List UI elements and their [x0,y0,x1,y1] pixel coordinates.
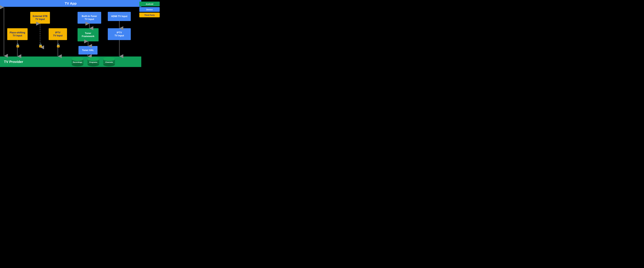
iptv-left-label: IPTVTV Input [53,31,62,37]
built-in-tuner-label: Built-in-TunerTV Input [82,15,97,21]
built-in-tuner-block: Built-in-TunerTV Input [78,12,101,24]
legend-device-label: Device [146,8,152,11]
iptv-right-label: IPTVTV Input [114,31,124,37]
tuner-hal-block: Tuner HAL [78,46,98,54]
svg-point-24 [103,63,115,66]
svg-text:Recordings: Recordings [73,61,82,63]
lock-icon-3: 🔒 [56,43,60,48]
svg-point-20 [88,57,99,61]
svg-point-14 [72,63,84,66]
legend-android-label: Android [146,3,154,5]
channels-cylinder: Channels [102,57,116,66]
legend: Android Device Third Party [139,2,160,17]
place-shifting-label: Place-shiftingTV Input [10,31,25,37]
legend-third-party: Third Party [139,12,160,17]
iptv-left-block: IPTVTV Input [49,28,67,40]
iptv-right-block: IPTVTV Input [108,28,131,40]
svg-text:Channels: Channels [105,61,113,63]
external-stb-label: External STBTV Input [33,15,48,21]
svg-text:Programs: Programs [89,61,98,63]
lock-icon-1: 🔒 [16,43,20,48]
tuner-framework-block: TunerFramework [78,28,98,42]
programs-cylinder: Programs [87,57,100,66]
external-stb-block: External STBTV Input [30,12,50,24]
recordings-cylinder: Recordings [71,57,84,66]
svg-point-25 [103,57,115,61]
svg-point-15 [72,57,84,61]
lock-icon-2: 🔒 [38,43,43,48]
legend-android: Android [139,2,160,6]
hdmi-tv-input-label: HDMI TV Input [111,15,127,18]
legend-device: Device [139,7,160,12]
legend-third-party-label: Third Party [144,14,155,16]
tv-app-title: TV App [65,2,76,6]
tuner-hal-label: Tuner HAL [82,49,94,52]
svg-point-19 [88,63,99,66]
tv-provider-bar: TV Provider [0,56,141,67]
tuner-framework-label: TunerFramework [82,32,94,38]
tv-provider-title: TV Provider [4,60,23,64]
hdmi-tv-input-block: HDMI TV Input [108,12,131,21]
place-shifting-block: Place-shiftingTV Input [7,28,28,40]
tv-app-bar: TV App [0,0,141,7]
